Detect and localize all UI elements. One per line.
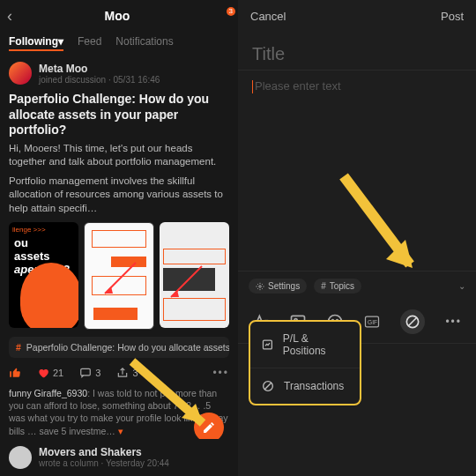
avatar xyxy=(9,446,32,469)
positions-menu: P/L & Positions Transactions xyxy=(249,320,361,405)
more-icon[interactable]: ••• xyxy=(212,367,229,379)
cancel-button[interactable]: Cancel xyxy=(250,10,286,23)
tab-feed[interactable]: Feed xyxy=(78,35,101,51)
svg-text:GIF: GIF xyxy=(368,319,377,325)
author-meta: joined discussion · 05/31 16:46 xyxy=(39,75,160,85)
menu-pl-positions[interactable]: P/L & Positions xyxy=(250,322,360,368)
post-body-2: Portfolio management involves the skillf… xyxy=(0,173,238,219)
menu-transactions[interactable]: Transactions xyxy=(250,368,360,404)
author-name[interactable]: Meta Moo xyxy=(39,63,160,75)
thumb-2[interactable] xyxy=(84,222,155,330)
title-input[interactable]: Title xyxy=(238,32,476,70)
tab-notifications[interactable]: Notifications xyxy=(115,35,173,51)
svg-line-22 xyxy=(344,176,410,264)
hash-icon: # xyxy=(16,342,21,353)
post-images: llenge >>> ou assets aperfolio? xyxy=(0,219,238,333)
heart-button[interactable]: 21 xyxy=(37,367,63,379)
post-title[interactable]: Paperfolio Challenge: How do you allocat… xyxy=(0,86,238,140)
topics-pill[interactable]: #Topics xyxy=(314,279,361,294)
compose-fab[interactable] xyxy=(194,413,224,443)
tab-following[interactable]: Following▾ xyxy=(9,35,63,51)
svg-line-21 xyxy=(264,383,271,390)
post-body-1: Hi, Mooers! This time, let's put our hea… xyxy=(0,140,238,173)
page-title: Moo xyxy=(12,9,222,23)
thumb-3[interactable] xyxy=(160,222,229,328)
svg-line-18 xyxy=(408,317,417,326)
svg-marker-23 xyxy=(386,240,413,268)
gif-icon[interactable]: GIF xyxy=(363,313,381,331)
share-button[interactable]: 3 xyxy=(116,367,138,379)
svg-point-9 xyxy=(259,285,262,287)
topbar: ‹ Moo 3 xyxy=(0,0,238,32)
settings-pill[interactable]: Settings xyxy=(249,279,307,294)
more-tools-icon[interactable]: ••• xyxy=(445,316,462,328)
cart-badge: 3 xyxy=(227,7,235,16)
post-button[interactable]: Post xyxy=(441,10,464,23)
compose-topbar: Cancel Post xyxy=(238,0,476,32)
svg-rect-6 xyxy=(81,368,91,376)
body-input[interactable]: Please enter text xyxy=(238,70,476,102)
comment-button[interactable]: 3 xyxy=(79,367,100,379)
avatar[interactable] xyxy=(9,62,32,85)
topic-tag[interactable]: # Paperfolio Challenge: How do you alloc… xyxy=(9,337,229,358)
feed-pane: ‹ Moo 3 Following▾ Feed Notifications Me… xyxy=(0,0,238,476)
next-post[interactable]: Movers and Shakers wrote a column · Yest… xyxy=(0,439,238,476)
post-actions: 21 3 3 ••• xyxy=(0,361,238,384)
feed-tabs: Following▾ Feed Notifications xyxy=(0,32,238,56)
post-header: Meta Moo joined discussion · 05/31 16:46 xyxy=(0,56,238,86)
chevron-down-icon[interactable]: ⌄ xyxy=(458,281,465,291)
compose-pane: Cancel Post Title Please enter text Sett… xyxy=(238,0,476,476)
like-button[interactable] xyxy=(9,367,21,379)
positions-icon[interactable] xyxy=(400,309,425,334)
thumb-1[interactable]: llenge >>> ou assets aperfolio? xyxy=(9,222,78,328)
